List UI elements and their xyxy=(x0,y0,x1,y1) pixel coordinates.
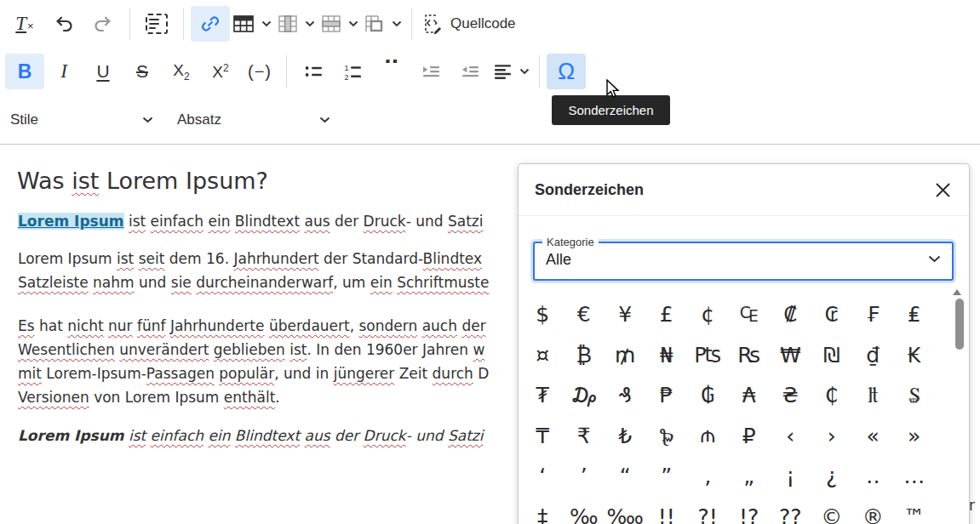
paragraph-format-dropdown[interactable]: Absatz xyxy=(177,103,330,137)
table-column-button[interactable] xyxy=(274,6,318,42)
text-segment: Jahrhunderte xyxy=(170,317,265,334)
character-cell[interactable]: ₶ xyxy=(858,383,887,408)
indent-button[interactable] xyxy=(411,54,450,89)
character-cell[interactable]: ₭ xyxy=(900,343,929,367)
character-cell[interactable]: ‱ xyxy=(607,504,644,524)
character-cell[interactable]: ₨ xyxy=(735,343,764,367)
special-characters-button[interactable]: Ω xyxy=(547,54,586,89)
redo-button[interactable] xyxy=(83,6,123,42)
character-cell[interactable]: € xyxy=(570,302,599,327)
character-cell[interactable]: ₥ xyxy=(610,343,639,367)
table-row-button[interactable] xyxy=(318,6,361,42)
character-cell[interactable]: « xyxy=(858,424,887,448)
character-cell[interactable]: ‥ xyxy=(858,464,887,488)
character-cell[interactable]: ™ xyxy=(900,504,929,524)
insert-table-button[interactable] xyxy=(230,6,274,42)
character-cell[interactable]: £ xyxy=(652,302,681,327)
alignment-button[interactable] xyxy=(490,54,532,89)
underline-icon: U xyxy=(96,62,109,81)
table-cell-button[interactable] xyxy=(361,6,404,42)
link-button[interactable] xyxy=(191,6,230,42)
character-cell[interactable]: › xyxy=(817,424,846,448)
character-cell[interactable]: ’ xyxy=(570,464,599,488)
styles-dropdown[interactable]: Stile xyxy=(10,103,153,137)
superscript-button[interactable]: X2 xyxy=(201,54,240,89)
character-cell[interactable]: ₯ xyxy=(570,383,599,407)
soft-hyphen-button[interactable]: (−) xyxy=(240,54,279,89)
character-cell[interactable]: … xyxy=(900,464,929,488)
horizontal-line-button[interactable] xyxy=(519,6,558,42)
character-cell[interactable]: $ xyxy=(528,302,557,327)
character-cell[interactable]: ₢ xyxy=(817,302,846,327)
category-select[interactable]: Kategorie Alle xyxy=(533,242,954,281)
character-cell[interactable]: ¥ xyxy=(610,302,639,327)
soft-hyphen-icon: (−) xyxy=(248,63,272,81)
text-segment: ist xyxy=(129,427,146,444)
bold-button[interactable]: B xyxy=(5,54,44,89)
bulleted-list-button[interactable] xyxy=(294,54,333,89)
character-cell[interactable]: ₻ xyxy=(652,423,681,448)
character-cell[interactable]: ₠ xyxy=(735,302,764,327)
character-cell[interactable]: ₧ xyxy=(693,343,722,367)
character-cell[interactable]: ‹ xyxy=(776,424,805,448)
text-segment: Satzleiste xyxy=(18,274,89,291)
character-cell[interactable]: !? xyxy=(735,504,764,524)
character-cell[interactable]: ‚ xyxy=(693,464,722,488)
character-cell[interactable]: ” xyxy=(652,464,681,488)
character-cell[interactable]: ¿ xyxy=(817,464,846,488)
character-cell[interactable]: ₿ xyxy=(570,343,599,367)
character-cell[interactable]: ₷ xyxy=(900,383,929,408)
subscript-button[interactable]: X2 xyxy=(162,54,201,89)
character-cell[interactable]: ₤ xyxy=(900,302,929,327)
character-cell[interactable]: © xyxy=(817,504,846,524)
character-cell[interactable]: ₰ xyxy=(610,383,639,407)
numbered-list-button[interactable]: 12 xyxy=(333,54,372,89)
source-button[interactable]: Quellcode xyxy=(419,6,519,42)
text-segment: Versionen xyxy=(18,389,89,406)
character-cell[interactable]: ₸ xyxy=(528,424,557,448)
character-cell[interactable]: ₼ xyxy=(693,423,722,448)
character-cell[interactable]: ₣ xyxy=(858,302,887,327)
character-cell[interactable]: ‘ xyxy=(528,464,557,488)
character-cell[interactable]: ₲ xyxy=(693,383,722,407)
character-cell[interactable]: ₫ xyxy=(858,343,887,367)
scrollbar-thumb[interactable] xyxy=(955,299,964,350)
character-cell[interactable]: ® xyxy=(858,504,887,524)
character-cell[interactable]: ?? xyxy=(776,504,805,524)
remove-format-button[interactable]: T× xyxy=(5,6,44,42)
character-cell[interactable]: ¢ xyxy=(693,302,722,327)
character-cell[interactable]: ₵ xyxy=(817,383,846,407)
character-cell[interactable]: ₮ xyxy=(528,383,557,407)
scroll-up-icon[interactable] xyxy=(953,289,961,295)
character-cell[interactable]: ₹ xyxy=(570,424,599,448)
character-cell[interactable]: ₩ xyxy=(776,343,805,367)
character-cell[interactable]: !! xyxy=(652,504,681,524)
character-cell[interactable]: » xyxy=(900,424,929,448)
character-cell[interactable]: ₡ xyxy=(776,302,805,327)
underline-button[interactable]: U xyxy=(83,54,123,89)
character-cell[interactable]: “ xyxy=(610,464,639,488)
character-cell[interactable]: ¤ xyxy=(528,343,557,367)
character-cell[interactable]: ?! xyxy=(693,504,722,524)
character-cell[interactable]: ₦ xyxy=(652,343,681,367)
character-cell[interactable]: ₴ xyxy=(776,383,805,407)
character-cell[interactable]: „ xyxy=(735,464,764,488)
character-cell[interactable]: ₺ xyxy=(610,424,639,448)
select-all-button[interactable] xyxy=(137,6,176,42)
character-cell[interactable]: ₪ xyxy=(817,343,846,367)
character-cell[interactable]: ‡ xyxy=(528,504,557,524)
character-cell[interactable]: ‰ xyxy=(570,504,599,524)
outdent-button[interactable] xyxy=(450,54,490,89)
character-cell[interactable]: ¡ xyxy=(776,464,805,488)
character-cell[interactable]: ₱ xyxy=(652,383,681,407)
italic-button[interactable]: I xyxy=(44,54,83,89)
character-cell[interactable]: ₽ xyxy=(735,424,764,448)
text-segment: dem 16. xyxy=(164,250,233,267)
block-quote-button[interactable]: “ xyxy=(372,54,411,89)
character-cell[interactable]: ₳ xyxy=(735,383,764,407)
strikethrough-button[interactable]: S xyxy=(123,54,162,89)
undo-button[interactable] xyxy=(44,6,83,42)
close-icon[interactable] xyxy=(932,179,953,200)
text-segment: . xyxy=(275,389,279,406)
lorem-ipsum-link[interactable]: Lorem Ipsum xyxy=(18,213,124,230)
